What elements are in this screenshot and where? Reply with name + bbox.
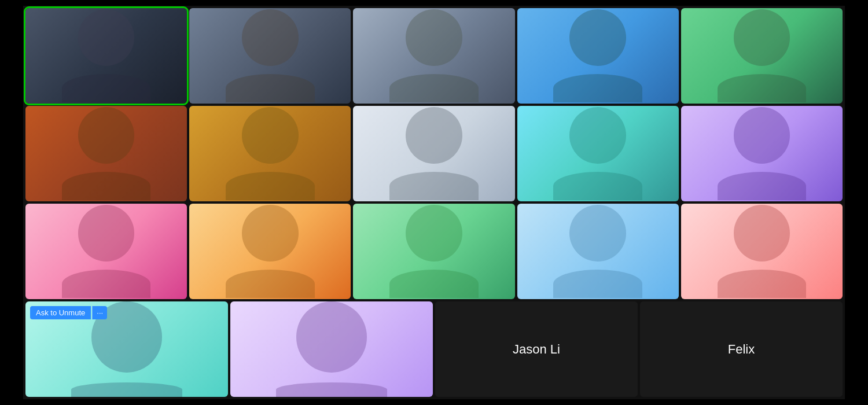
grid-row-1: [25, 8, 843, 104]
video-cell-2[interactable]: [189, 8, 351, 104]
video-cell-16[interactable]: Ask to Unmute ···: [25, 301, 228, 397]
grid-row-3: [25, 204, 843, 299]
ask-to-unmute-button[interactable]: Ask to Unmute: [30, 306, 91, 319]
person-silhouette: [681, 8, 843, 104]
name-plate-felix: Felix: [640, 301, 843, 397]
video-cell-12[interactable]: [189, 204, 351, 299]
video-cell-13[interactable]: [353, 204, 514, 299]
video-cell-8[interactable]: [353, 106, 514, 201]
person-silhouette: [681, 106, 843, 201]
video-cell-4[interactable]: [517, 8, 679, 104]
video-cell-15[interactable]: [681, 204, 843, 299]
video-cell-5[interactable]: [681, 8, 843, 104]
participant-name-jason: Jason Li: [513, 342, 560, 357]
person-silhouette: [517, 8, 679, 104]
name-plate-jason: Jason Li: [435, 301, 638, 397]
person-silhouette: [353, 204, 514, 299]
person-silhouette: [681, 204, 843, 299]
video-grid: Ask to Unmute ··· Jason Li Felix: [23, 6, 845, 399]
participant-name-felix: Felix: [728, 342, 755, 357]
person-silhouette: [25, 106, 187, 201]
video-cell-9[interactable]: [517, 106, 679, 201]
video-cell-1[interactable]: [25, 8, 187, 104]
person-silhouette: [353, 106, 514, 201]
person-silhouette: [189, 204, 351, 299]
video-cell-jason[interactable]: Jason Li: [435, 301, 638, 397]
person-silhouette: [230, 301, 433, 397]
video-cell-14[interactable]: [517, 204, 679, 299]
more-options-button[interactable]: ···: [92, 306, 107, 319]
ask-unmute-bar: Ask to Unmute ···: [30, 306, 107, 319]
person-silhouette: [517, 106, 679, 201]
video-cell-10[interactable]: [681, 106, 843, 201]
video-cell-6[interactable]: [25, 106, 187, 201]
video-cell-17[interactable]: [230, 301, 433, 397]
person-silhouette: [189, 8, 351, 104]
grid-row-2: [25, 106, 843, 201]
grid-row-4: Ask to Unmute ··· Jason Li Felix: [25, 301, 843, 397]
video-cell-3[interactable]: [353, 8, 514, 104]
person-silhouette: [189, 106, 351, 201]
video-cell-7[interactable]: [189, 106, 351, 201]
video-cell-11[interactable]: [25, 204, 187, 299]
video-cell-felix[interactable]: Felix: [640, 301, 843, 397]
person-silhouette: [25, 204, 187, 299]
person-silhouette: [517, 204, 679, 299]
person-silhouette: [25, 8, 187, 104]
person-silhouette: [353, 8, 514, 104]
